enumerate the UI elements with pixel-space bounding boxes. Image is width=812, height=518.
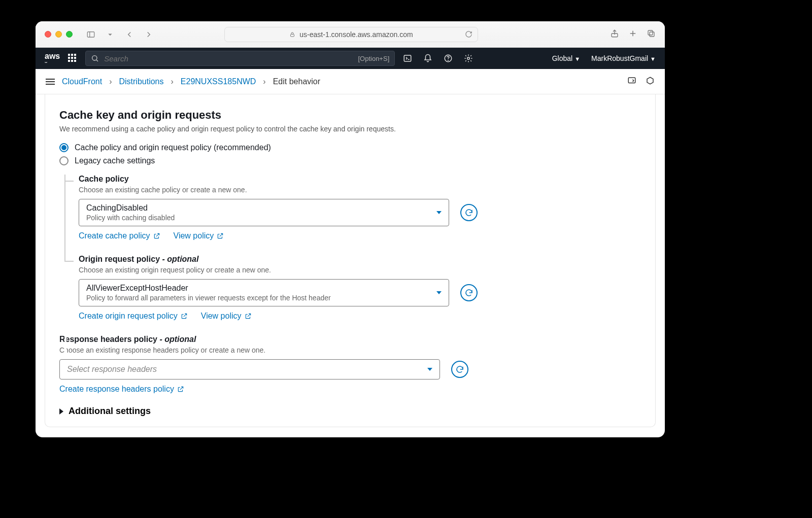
cache-policy-value: CachingDisabled: [86, 203, 442, 213]
svg-line-9: [96, 60, 98, 61]
radio-recommended[interactable]: Cache policy and origin request policy (…: [59, 143, 641, 152]
origin-request-policy-desc: Policy to forward all parameters in view…: [86, 294, 442, 302]
radio-legacy-label: Legacy cache settings: [75, 156, 155, 165]
external-link-icon: [153, 232, 160, 239]
radio-legacy[interactable]: Legacy cache settings: [59, 156, 641, 165]
radio-unchecked-icon: [59, 156, 69, 165]
svg-point-8: [92, 56, 97, 60]
address-bar[interactable]: us-east-1.console.aws.amazon.com: [224, 27, 478, 42]
origin-request-policy-field: Origin request policy - optional Choose …: [79, 255, 641, 321]
external-link-icon: [181, 313, 188, 320]
console-to-code-button[interactable]: [627, 76, 636, 87]
browser-window: us-east-1.console.aws.amazon.com aws⌣ [O…: [36, 21, 665, 437]
cache-policy-label: Cache policy: [79, 175, 641, 184]
chevron-down-icon: [427, 368, 432, 371]
view-origin-request-policy-link[interactable]: View policy: [201, 312, 252, 321]
titlebar-right: [610, 29, 656, 40]
breadcrumb-actions: [627, 76, 655, 87]
origin-request-policy-refresh-button[interactable]: [460, 284, 478, 301]
cache-policy-refresh-button[interactable]: [460, 204, 478, 221]
window-controls: [45, 31, 73, 38]
share-button[interactable]: [610, 29, 619, 40]
chevron-down-icon: [436, 291, 442, 294]
svg-point-14: [467, 57, 470, 60]
response-headers-policy-hint: Choose an existing response headers poli…: [59, 346, 641, 354]
create-response-headers-policy-link[interactable]: Create response headers policy: [59, 385, 184, 394]
aws-header-right: Global▼ MarkRobustGmail▼: [552, 54, 656, 62]
svg-rect-0: [87, 31, 94, 37]
tab-dropdown-button[interactable]: [103, 27, 117, 42]
search-icon: [91, 54, 99, 62]
cloudshell-button[interactable]: [403, 54, 412, 63]
refresh-icon: [455, 365, 464, 374]
tabs-overview-button[interactable]: [647, 29, 656, 40]
svg-point-13: [448, 60, 449, 60]
radio-recommended-label: Cache policy and origin request policy (…: [75, 143, 271, 152]
notifications-button[interactable]: [423, 54, 432, 63]
response-headers-policy-select[interactable]: Select response headers: [59, 359, 440, 379]
close-window-button[interactable]: [45, 31, 51, 38]
cache-policy-field: Cache policy Choose an existing cache po…: [79, 175, 641, 240]
origin-request-policy-label: Origin request policy - optional: [79, 255, 641, 264]
external-link-icon: [245, 313, 252, 320]
additional-settings-label: Additional settings: [69, 406, 151, 417]
response-headers-placeholder: Select response headers: [67, 365, 432, 374]
breadcrumb-current: Edit behavior: [273, 77, 320, 86]
back-button[interactable]: [122, 27, 137, 42]
origin-request-policy-select[interactable]: AllViewerExceptHostHeader Policy to forw…: [79, 279, 449, 306]
svg-rect-7: [650, 32, 654, 37]
svg-rect-6: [648, 30, 653, 35]
region-selector[interactable]: Global▼: [552, 54, 580, 62]
services-menu-button[interactable]: [68, 54, 77, 63]
breadcrumb-bar: CloudFront › Distributions › E29NUXSS185…: [36, 69, 665, 94]
chevron-right-icon: ›: [171, 77, 174, 86]
breadcrumb-distributions[interactable]: Distributions: [119, 77, 163, 86]
cache-key-panel: Cache key and origin requests We recomme…: [45, 94, 656, 427]
cache-policy-hint: Choose an existing cache policy or creat…: [79, 186, 641, 194]
svg-rect-2: [291, 34, 294, 37]
origin-request-policy-value: AllViewerExceptHostHeader: [86, 284, 442, 293]
chevron-right-icon: ›: [109, 77, 112, 86]
cache-policy-desc: Policy with caching disabled: [86, 214, 442, 222]
aws-header-icons: [403, 54, 473, 63]
hexagon-button[interactable]: [646, 76, 655, 87]
radio-checked-icon: [59, 143, 69, 152]
maximize-window-button[interactable]: [66, 31, 73, 38]
aws-top-nav: aws⌣ [Option+S] Global▼ MarkRobustGmail▼: [36, 48, 665, 69]
search-shortcut-hint: [Option+S]: [358, 55, 389, 62]
refresh-icon: [464, 288, 473, 297]
titlebar: us-east-1.console.aws.amazon.com: [36, 21, 665, 48]
view-cache-policy-link[interactable]: View policy: [174, 231, 224, 240]
breadcrumb-distribution-id[interactable]: E29NUXSS185NWD: [181, 77, 256, 86]
reload-icon[interactable]: [465, 30, 472, 38]
help-button[interactable]: [444, 54, 453, 63]
side-nav-toggle[interactable]: [46, 79, 55, 85]
chevron-right-icon: ›: [263, 77, 265, 86]
external-link-icon: [177, 386, 184, 393]
create-cache-policy-link[interactable]: Create cache policy: [79, 231, 160, 240]
section-subtitle: We recommend using a cache policy and or…: [59, 125, 641, 133]
create-origin-request-policy-link[interactable]: Create origin request policy: [79, 312, 188, 321]
cache-policy-select[interactable]: CachingDisabled Policy with caching disa…: [79, 199, 449, 226]
account-menu[interactable]: MarkRobustGmail▼: [591, 54, 656, 62]
aws-logo[interactable]: aws⌣: [45, 53, 60, 64]
settings-button[interactable]: [464, 54, 473, 63]
additional-settings-toggle[interactable]: Additional settings: [59, 406, 641, 417]
section-title: Cache key and origin requests: [59, 109, 641, 122]
origin-request-policy-hint: Choose an existing origin request policy…: [79, 266, 641, 274]
forward-button[interactable]: [142, 27, 156, 42]
chevron-down-icon: [436, 211, 442, 214]
expand-icon: [59, 408, 63, 415]
lock-icon: [289, 31, 295, 38]
response-headers-refresh-button[interactable]: [451, 361, 468, 378]
breadcrumb-cloudfront[interactable]: CloudFront: [62, 77, 102, 86]
response-headers-policy-field: Response headers policy - optional Choos…: [59, 335, 641, 394]
aws-search[interactable]: [Option+S]: [85, 51, 395, 66]
refresh-icon: [464, 208, 473, 217]
new-tab-button[interactable]: [628, 29, 637, 40]
sidebar-toggle-button[interactable]: [84, 27, 98, 42]
aws-search-input[interactable]: [104, 54, 353, 63]
minimize-window-button[interactable]: [55, 31, 62, 38]
svg-rect-15: [628, 78, 635, 83]
response-headers-policy-label: Response headers policy - optional: [59, 335, 641, 344]
